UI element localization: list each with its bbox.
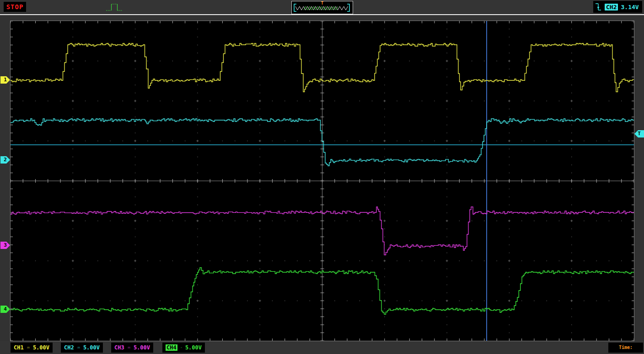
trigger-readout[interactable]: CH2 3.14V [593,1,642,13]
trigger-source-chip: CH2 [605,4,618,11]
channel3-position-marker[interactable]: 3 [0,242,10,249]
top-status-bar: STOP T CH2 3.14V [0,0,644,14]
waveform-screen [10,21,634,341]
channel1-label: CH1 [14,344,24,351]
channel4-label: CH4 [166,344,177,351]
acquisition-preview[interactable]: T [291,1,353,14]
channel3-scale: 5.00V [134,344,150,351]
trigger-position-marker: T [292,1,353,5]
channel4-scale: 5.00V [185,344,202,351]
channel4-settings[interactable]: CH4 5.00V [162,343,205,353]
topbar-divider [0,14,644,15]
channel2-label: CH2 [64,344,74,351]
oscilloscope-display: STOP T CH2 3.14V 1234T CH1 5.00V CH2 [0,0,644,354]
channel1-settings[interactable]: CH1 5.00V [11,343,53,353]
channel3-settings[interactable]: CH3 5.00V [111,343,153,353]
falling-edge-icon [595,2,602,12]
waveform-plot [11,21,634,341]
pulse-trigger-icon [105,1,123,13]
dc-coupling-icon [27,345,30,350]
dc-coupling-icon [77,345,80,350]
trigger-level-marker[interactable]: T [634,130,644,137]
channel3-label: CH3 [114,344,124,351]
channel2-scale: 5.00V [83,344,100,351]
run-state-indicator[interactable]: STOP [4,2,26,12]
channel2-position-marker[interactable]: 2 [0,156,10,164]
channel4-position-marker[interactable]: 4 [0,306,10,313]
channel1-scale: 5.00V [33,344,49,351]
dc-coupling-icon [181,345,182,350]
channel1-position-marker[interactable]: 1 [0,76,10,84]
trigger-level-value: 3.14V [621,4,639,11]
channel2-settings[interactable]: CH2 5.00V [61,343,103,353]
timebase-readout[interactable]: Time: 100.0ns [608,343,643,353]
dc-coupling-icon [128,345,130,350]
